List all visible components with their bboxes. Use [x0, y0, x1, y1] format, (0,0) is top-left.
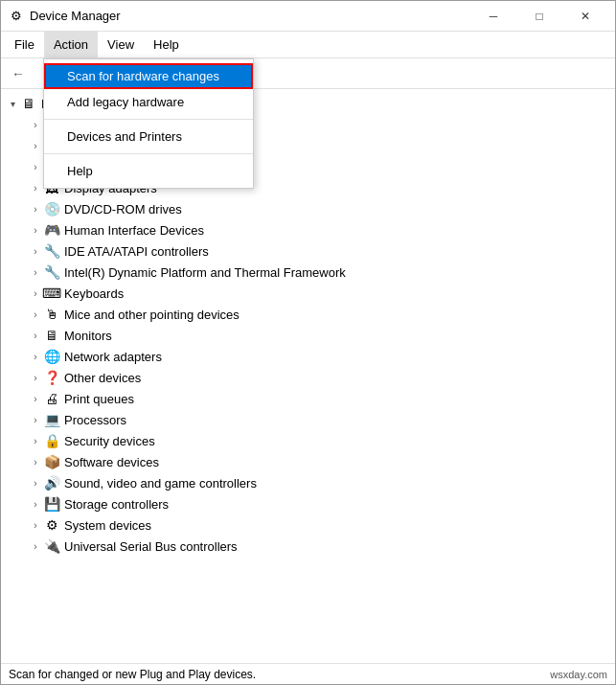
dropdown-separator-1 — [44, 119, 253, 120]
root-computer-icon: 🖥 — [20, 95, 37, 112]
tree-device-icon: 🔧 — [43, 242, 60, 260]
menu-file[interactable]: File — [5, 32, 44, 58]
menu-bar: File Action View Help Scan for hardware … — [1, 32, 615, 58]
tree-device-icon: ⌨ — [43, 285, 60, 302]
tree-expand-icon: › — [28, 117, 43, 132]
tree-device-icon: 🖱 — [43, 306, 60, 323]
title-bar: ⚙ Device Manager ─ □ ✕ — [1, 1, 615, 32]
tree-device-label: Intel(R) Dynamic Platform and Thermal Fr… — [64, 265, 346, 280]
tree-device-label: Keyboards — [64, 286, 124, 301]
tree-item[interactable]: ›🔊Sound, video and game controllers — [1, 472, 615, 493]
tree-device-label: IDE ATA/ATAPI controllers — [64, 244, 209, 259]
action-help[interactable]: Help — [44, 158, 253, 184]
tree-item[interactable]: ›🖨Print queues — [1, 388, 615, 409]
tree-expand-icon: › — [28, 538, 43, 554]
tree-device-label: Processors — [64, 413, 126, 427]
close-button[interactable]: ✕ — [563, 3, 607, 30]
tree-expand-icon: › — [28, 180, 43, 195]
action-add-legacy-hardware[interactable]: Add legacy hardware — [44, 89, 253, 115]
tree-device-icon: 💿 — [43, 200, 60, 217]
tree-expand-icon: › — [28, 475, 43, 491]
tree-item[interactable]: ›🔒Security devices — [1, 430, 615, 451]
tree-expand-icon: › — [28, 328, 43, 343]
tree-device-label: Monitors — [64, 329, 112, 343]
tree-expand-icon: › — [28, 433, 43, 448]
tree-device-icon: 🔌 — [43, 537, 60, 555]
menu-view[interactable]: View — [98, 32, 144, 58]
device-manager-window: ⚙ Device Manager ─ □ ✕ File Action View … — [0, 0, 616, 685]
tree-device-icon: 🌐 — [43, 348, 60, 365]
tree-device-label: Storage controllers — [64, 497, 169, 512]
tree-expand-icon: › — [28, 517, 43, 533]
tree-item[interactable]: ›💻Processors — [1, 409, 615, 430]
tree-item[interactable]: ›🖱Mice and other pointing devices — [1, 304, 615, 325]
tree-expand-icon: › — [28, 349, 43, 364]
tree-device-icon: 💾 — [43, 495, 60, 513]
tree-expand-icon: › — [28, 391, 43, 406]
window-title: Device Manager — [30, 9, 471, 23]
tree-device-label: Network adapters — [64, 350, 162, 364]
action-devices-printers[interactable]: Devices and Printers — [44, 124, 253, 149]
status-bar: Scan for changed or new Plug and Play de… — [1, 663, 615, 684]
tree-expand-icon: › — [28, 243, 43, 259]
menu-help[interactable]: Help — [144, 32, 189, 58]
tree-item[interactable]: ›⌨Keyboards — [1, 283, 615, 304]
tree-item[interactable]: ›🖥Monitors — [1, 325, 615, 346]
tree-item[interactable]: ›🔌Universal Serial Bus controllers — [1, 536, 615, 557]
tree-device-label: Software devices — [64, 455, 159, 469]
tree-expand-icon: › — [28, 285, 43, 301]
tree-item[interactable]: ›🌐Network adapters — [1, 346, 615, 367]
tree-item[interactable]: ›💿DVD/CD-ROM drives — [1, 198, 615, 219]
tree-device-icon: 💻 — [43, 411, 60, 428]
watermark-text: wsxday.com — [550, 669, 607, 680]
tree-device-icon: 🔒 — [43, 432, 60, 449]
action-dropdown-menu: Scan for hardware changes Add legacy har… — [43, 58, 254, 189]
tree-expand-icon: › — [28, 201, 43, 217]
action-scan-hardware[interactable]: Scan for hardware changes — [44, 63, 253, 89]
tree-device-icon: 🔧 — [43, 263, 60, 281]
tree-expand-icon: › — [28, 159, 43, 174]
window-icon: ⚙ — [9, 9, 24, 24]
tree-expand-icon: › — [28, 496, 43, 512]
tree-device-icon: 🖨 — [43, 390, 60, 407]
tree-device-icon: 🔊 — [43, 474, 60, 491]
tree-item[interactable]: ›🔧Intel(R) Dynamic Platform and Thermal … — [1, 262, 615, 283]
minimize-button[interactable]: ─ — [471, 3, 515, 30]
tree-expand-icon: › — [28, 370, 43, 385]
tree-device-label: Sound, video and game controllers — [64, 476, 257, 491]
maximize-button[interactable]: □ — [517, 3, 561, 30]
tree-device-label: Print queues — [64, 392, 134, 406]
tree-device-label: Other devices — [64, 371, 141, 385]
tree-expand-icon: › — [28, 412, 43, 427]
root-expand-icon: ▾ — [5, 96, 20, 111]
tree-expand-icon: › — [28, 222, 43, 238]
tree-device-icon: 🎮 — [43, 221, 60, 239]
back-button[interactable]: ← — [5, 61, 32, 86]
tree-device-icon: 📦 — [43, 453, 60, 470]
title-bar-controls: ─ □ ✕ — [471, 3, 607, 30]
menu-action[interactable]: Action — [44, 32, 98, 58]
tree-device-label: Mice and other pointing devices — [64, 308, 240, 322]
tree-device-label: Human Interface Devices — [64, 223, 204, 238]
tree-expand-icon: › — [28, 307, 43, 322]
status-text: Scan for changed or new Plug and Play de… — [9, 668, 256, 681]
tree-item[interactable]: ›❓Other devices — [1, 367, 615, 388]
tree-item[interactable]: ›⚙System devices — [1, 514, 615, 536]
tree-item[interactable]: ›💾Storage controllers — [1, 493, 615, 514]
tree-item[interactable]: ›📦Software devices — [1, 451, 615, 472]
tree-item[interactable]: ›🎮Human Interface Devices — [1, 219, 615, 240]
tree-expand-icon: › — [28, 138, 43, 153]
tree-item[interactable]: ›🔧IDE ATA/ATAPI controllers — [1, 240, 615, 262]
tree-device-icon: ⚙ — [43, 516, 60, 534]
tree-device-label: System devices — [64, 518, 151, 533]
tree-device-icon: ❓ — [43, 369, 60, 386]
tree-device-label: DVD/CD-ROM drives — [64, 202, 182, 217]
tree-expand-icon: › — [28, 264, 43, 280]
tree-device-icon: 🖥 — [43, 327, 60, 344]
dropdown-separator-2 — [44, 153, 253, 154]
tree-device-label: Security devices — [64, 434, 155, 448]
tree-device-label: Universal Serial Bus controllers — [64, 539, 238, 554]
tree-expand-icon: › — [28, 454, 43, 469]
